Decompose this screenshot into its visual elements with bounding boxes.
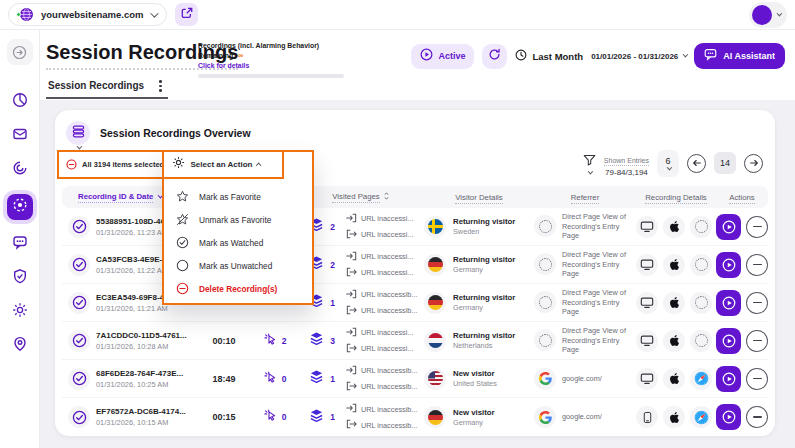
click-icon bbox=[264, 370, 277, 388]
recording-id-cell: 7A1CDDC0-11D5-4761...01/31/2026, 10:28 A… bbox=[96, 331, 196, 351]
column-actions: Actions bbox=[729, 193, 755, 202]
row-checkbox[interactable] bbox=[68, 216, 90, 238]
tab-session-recordings[interactable]: Session Recordings bbox=[48, 80, 144, 91]
delete-recording-button[interactable] bbox=[746, 292, 768, 314]
tab-menu-kebab[interactable] bbox=[157, 78, 164, 94]
delete-recording-button[interactable] bbox=[746, 368, 768, 390]
column-visited-pages[interactable]: Visited Pages bbox=[332, 191, 390, 203]
referrer-cell: Direct Page View of Recording's Entry Pa… bbox=[534, 212, 636, 240]
shown-entries: Shown Entries 79-84/3,194 bbox=[604, 149, 649, 177]
apple-icon bbox=[663, 330, 685, 352]
table-row[interactable]: 68F6DE28-764F-473E...01/31/2026, 10:25 A… bbox=[62, 360, 768, 398]
recording-id-cell: EF76572A-DC6B-4174...01/31/2026, 10:15 A… bbox=[96, 407, 196, 427]
visitor-country: Sweden bbox=[453, 227, 515, 236]
play-recording-button[interactable] bbox=[716, 214, 741, 240]
exit-url-icon bbox=[346, 267, 357, 279]
sidebar-item-heatmaps[interactable] bbox=[7, 157, 33, 183]
row-checkbox[interactable] bbox=[68, 406, 90, 428]
click-icon bbox=[264, 408, 277, 426]
sidebar-item-session-recordings[interactable] bbox=[7, 194, 33, 220]
exit-url-icon bbox=[346, 343, 357, 355]
recording-id-cell: 68F6DE28-764F-473E...01/31/2026, 10:25 A… bbox=[96, 369, 196, 389]
actions-cell bbox=[716, 214, 768, 240]
menu-item-delete-recording-s-[interactable]: Delete Recording(s) bbox=[164, 277, 312, 300]
active-filter-button[interactable]: Active bbox=[411, 44, 474, 69]
select-action-button[interactable]: Select an Action bbox=[162, 150, 284, 179]
sidebar-item-privacy[interactable] bbox=[7, 265, 33, 291]
website-name: yourwebsitename.com bbox=[41, 9, 143, 20]
referrer-text: Direct Page View of Recording's Entry Pa… bbox=[562, 326, 628, 354]
sidebar-item-settings[interactable] bbox=[7, 299, 33, 325]
period-selector[interactable]: Last Month bbox=[515, 47, 583, 65]
menu-item-label: Unmark as Favorite bbox=[199, 215, 271, 225]
open-website-button[interactable] bbox=[175, 3, 198, 26]
visitor-cell: Returning visitorSweden bbox=[424, 216, 534, 238]
referrer-text: google.com/ bbox=[562, 374, 628, 383]
table-row[interactable]: 7A1CDDC0-11D5-4761...01/31/2026, 10:28 A… bbox=[62, 322, 768, 360]
prev-page-button[interactable] bbox=[687, 154, 706, 173]
duration: 00:10 bbox=[212, 336, 235, 346]
play-recording-button[interactable] bbox=[716, 404, 741, 430]
minus-circle-icon bbox=[66, 156, 77, 174]
infinity-value: ∞ bbox=[237, 51, 243, 60]
delete-recording-button[interactable] bbox=[746, 254, 768, 276]
play-recording-button[interactable] bbox=[716, 290, 741, 316]
column-visitor-details: Visitor Details bbox=[455, 193, 503, 202]
sidebar-item-feedback[interactable] bbox=[7, 231, 33, 257]
current-page[interactable]: 14 bbox=[714, 152, 736, 174]
sidebar-collapse-button[interactable] bbox=[7, 39, 33, 65]
visitor-type: Returning visitor bbox=[453, 217, 515, 226]
layers-icon bbox=[309, 408, 324, 427]
pagination-controls: Shown Entries 79-84/3,194 6 14 bbox=[583, 149, 763, 177]
table-row[interactable]: EF76572A-DC6B-4174...01/31/2026, 10:15 A… bbox=[62, 398, 768, 436]
website-selector[interactable]: yourwebsitename.com bbox=[8, 3, 167, 26]
play-recording-button[interactable] bbox=[716, 252, 741, 278]
clicks-cell: 2 bbox=[264, 332, 287, 350]
selection-dropdown[interactable]: All 3194 items selected bbox=[57, 150, 171, 179]
exit-url-icon bbox=[346, 229, 357, 241]
entry-url: URL inaccessib... bbox=[361, 366, 418, 375]
page-size-select[interactable]: 6 bbox=[657, 150, 679, 177]
play-recording-button[interactable] bbox=[716, 328, 741, 354]
refresh-button[interactable] bbox=[482, 44, 507, 69]
apple-icon bbox=[663, 368, 685, 390]
menu-item-mark-as-favorite[interactable]: Mark as Favorite bbox=[164, 185, 312, 208]
desktop-icon bbox=[636, 216, 658, 238]
user-menu[interactable] bbox=[749, 2, 787, 28]
filter-button[interactable] bbox=[583, 152, 596, 175]
clicks-cell: 0 bbox=[264, 370, 287, 388]
row-checkbox[interactable] bbox=[68, 292, 90, 314]
sidebar-item-inbox[interactable] bbox=[7, 123, 33, 149]
delete-recording-button[interactable] bbox=[746, 216, 768, 238]
pages-count: 1 bbox=[330, 298, 335, 308]
delete-recording-button[interactable] bbox=[746, 330, 768, 352]
unknown-referrer-icon bbox=[534, 253, 556, 275]
menu-item-mark-as-unwatched[interactable]: Mark as Unwatched bbox=[164, 254, 312, 277]
row-checkbox[interactable] bbox=[68, 330, 90, 352]
ai-assistant-button[interactable]: AI Assistant bbox=[694, 43, 785, 69]
layers-icon bbox=[309, 369, 324, 388]
next-page-button[interactable] bbox=[744, 154, 763, 173]
play-recording-button[interactable] bbox=[716, 366, 741, 392]
delete-recording-button[interactable] bbox=[746, 406, 768, 428]
shield-check-icon bbox=[12, 268, 28, 288]
click-count: 0 bbox=[282, 374, 287, 384]
globe-icon bbox=[19, 7, 34, 22]
clicks-cell: 0 bbox=[264, 408, 287, 426]
menu-item-mark-as-watched[interactable]: Mark as Watched bbox=[164, 231, 312, 254]
top-bar: yourwebsitename.com bbox=[0, 0, 795, 30]
page-header: Session Recordings Recordings (incl. Ala… bbox=[40, 30, 795, 100]
visited-pages-cell: 1 bbox=[309, 408, 335, 427]
minus-circle-icon bbox=[175, 282, 190, 295]
click-icon bbox=[264, 332, 277, 350]
sidebar-item-dashboard[interactable] bbox=[7, 89, 33, 115]
row-checkbox[interactable] bbox=[68, 254, 90, 276]
exit-url: URL inaccessib... bbox=[361, 306, 418, 315]
row-checkbox[interactable] bbox=[68, 368, 90, 390]
exit-url: URL inaccessib... bbox=[361, 421, 418, 430]
menu-item-label: Mark as Unwatched bbox=[199, 261, 272, 271]
date-range-picker[interactable]: 01/01/2026 - 01/31/2026 bbox=[591, 52, 686, 61]
menu-item-unmark-as-favorite[interactable]: Unmark as Favorite bbox=[164, 208, 312, 231]
quota-details-link[interactable]: Click for details bbox=[198, 62, 350, 69]
sidebar-item-visitors[interactable] bbox=[7, 333, 33, 359]
